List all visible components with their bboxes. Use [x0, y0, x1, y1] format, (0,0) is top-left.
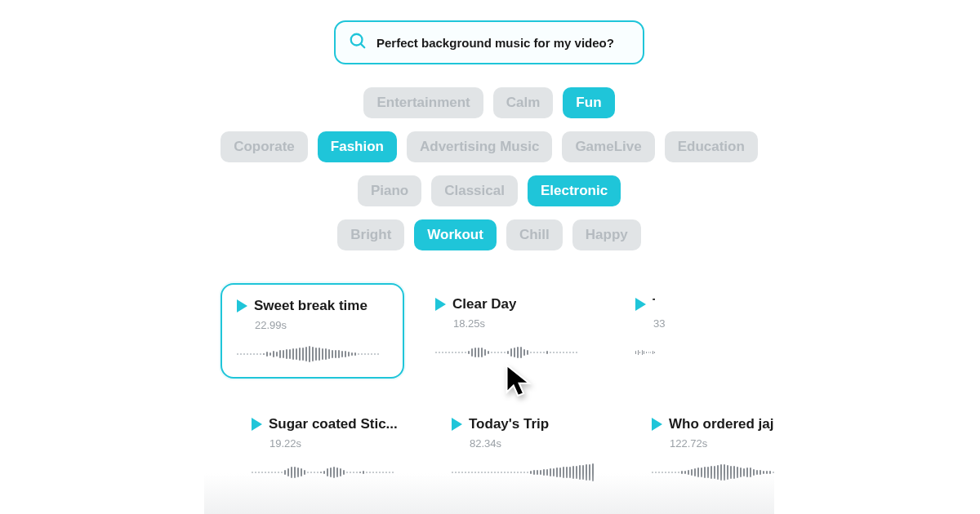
- tag-happy[interactable]: Happy: [572, 219, 641, 250]
- play-icon[interactable]: [237, 299, 247, 312]
- track-title: Sweet break time: [254, 298, 368, 314]
- play-icon[interactable]: [435, 298, 446, 311]
- track-title: T: [653, 296, 655, 312]
- waveform: [435, 341, 590, 364]
- tag-piano[interactable]: Piano: [358, 175, 421, 206]
- tag-entertainment[interactable]: Entertainment: [363, 87, 483, 118]
- track-title: Sugar coated Stic...: [269, 416, 398, 432]
- search-icon: [349, 32, 376, 53]
- search-placeholder: Perfect background music for my video?: [376, 36, 614, 50]
- play-icon[interactable]: [635, 298, 646, 311]
- tag-coporate[interactable]: Coporate: [220, 131, 308, 162]
- play-icon[interactable]: [452, 418, 462, 431]
- track-title: Today's Trip: [469, 416, 549, 432]
- tag-bright[interactable]: Bright: [337, 219, 404, 250]
- cursor-icon: [502, 363, 538, 399]
- search-bar[interactable]: Perfect background music for my video?: [334, 20, 644, 64]
- svg-line-1: [361, 44, 364, 47]
- track-duration: 82.34s: [470, 437, 606, 450]
- track-duration: 122.72s: [670, 437, 774, 450]
- track-card[interactable]: T 33: [621, 283, 670, 379]
- waveform: [237, 343, 388, 366]
- tag-advertising-music[interactable]: Advertising Music: [407, 131, 552, 162]
- track-title: Who ordered jajan: [669, 416, 774, 432]
- track-card-featured[interactable]: Sweet break time 22.99s: [220, 283, 404, 379]
- tag-fun[interactable]: Fun: [563, 87, 614, 118]
- track-row-top: compete Sweet break time 22.99s: [204, 283, 774, 379]
- play-icon[interactable]: [252, 418, 262, 431]
- tag-workout[interactable]: Workout: [414, 219, 497, 250]
- tag-classical[interactable]: Classical: [431, 175, 518, 206]
- tag-calm[interactable]: Calm: [493, 87, 554, 118]
- tag-fashion[interactable]: Fashion: [318, 131, 397, 162]
- tag-electronic[interactable]: Electronic: [528, 175, 621, 206]
- track-title: Clear Day: [452, 296, 516, 312]
- tag-education[interactable]: Education: [665, 131, 758, 162]
- play-icon[interactable]: [652, 418, 662, 431]
- waveform: [635, 341, 655, 364]
- tag-gamelive[interactable]: GameLive: [562, 131, 654, 162]
- track-duration: 33: [653, 317, 655, 330]
- tag-filter-area: EntertainmentCalmFun CoporateFashionAdve…: [220, 87, 758, 250]
- track-duration: 19.22s: [270, 437, 406, 450]
- track-results: compete Sweet break time 22.99s: [204, 283, 774, 495]
- track-duration: 22.99s: [255, 319, 388, 331]
- tag-chill[interactable]: Chill: [506, 219, 563, 250]
- track-duration: 18.25s: [453, 317, 590, 330]
